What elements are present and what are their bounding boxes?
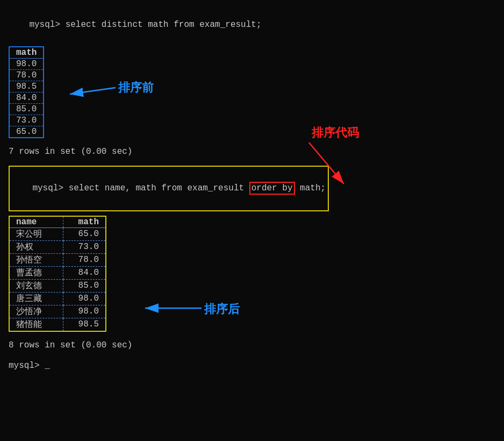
table2-row: 沙悟净: [9, 305, 63, 318]
table2-row: 孙悟空: [9, 253, 63, 266]
table2-row: 曹孟德: [9, 266, 63, 279]
table1-wrapper: math 98.0 78.0 98.5 84.0 85.0 73.0 65.0: [9, 45, 44, 139]
query2-prefix: select name, math from exam_result: [69, 183, 249, 193]
table2-header-name: name: [9, 216, 63, 228]
before-sort-label: 排序前: [118, 80, 154, 96]
table1-header: math: [9, 47, 44, 59]
query2-line-wrapper: mysql> select name, math from exam_resul…: [9, 166, 329, 211]
table2-row: 84.0: [63, 266, 106, 279]
table2-row: 98.5: [63, 318, 106, 331]
table2-row: 78.0: [63, 253, 106, 266]
rows-info-2: 8 rows in set (0.00 sec): [9, 337, 495, 354]
table2-row: 猪悟能: [9, 318, 63, 331]
prompt2: mysql>: [32, 183, 68, 193]
terminal-content: mysql> select distinct math from exam_re…: [9, 5, 495, 372]
table1-row: 98.5: [9, 81, 44, 93]
table1-row: 78.0: [9, 70, 44, 81]
table1-row: 73.0: [9, 115, 44, 126]
table2-row: 刘玄德: [9, 279, 63, 292]
query1-text: select distinct math from exam_result;: [66, 20, 262, 30]
table2-row: 85.0: [63, 279, 106, 292]
table2-row: 65.0: [63, 227, 106, 240]
table2-row: 宋公明: [9, 227, 63, 240]
order-by-highlight: order by: [249, 182, 295, 195]
sort-code-label: 排序代码: [312, 125, 359, 141]
table2: name math 宋公明 65.0 孙权 73.0 孙悟空 78.0 曹孟德 …: [9, 216, 106, 332]
table1-row: 85.0: [9, 104, 44, 115]
table1: math 98.0 78.0 98.5 84.0 85.0 73.0 65.0: [9, 46, 44, 138]
table2-row: 孙权: [9, 240, 63, 253]
table2-header-math: math: [63, 216, 106, 228]
query1-line: mysql> select distinct math from exam_re…: [9, 5, 495, 44]
query2-suffix: math;: [295, 183, 326, 193]
table1-row: 98.0: [9, 59, 44, 70]
table1-row: 84.0: [9, 93, 44, 104]
prompt1: mysql>: [29, 20, 65, 30]
table2-wrapper: name math 宋公明 65.0 孙权 73.0 孙悟空 78.0 曹孟德 …: [9, 215, 106, 333]
last-prompt-line: mysql> _: [9, 359, 495, 372]
table1-row: 65.0: [9, 126, 44, 138]
after-sort-label: 排序后: [204, 301, 240, 317]
table2-row: 98.0: [63, 305, 106, 318]
table2-row: 98.0: [63, 292, 106, 305]
rows-info-1: 7 rows in set (0.00 sec): [9, 143, 495, 160]
table2-row: 73.0: [63, 240, 106, 253]
table2-row: 唐三藏: [9, 292, 63, 305]
